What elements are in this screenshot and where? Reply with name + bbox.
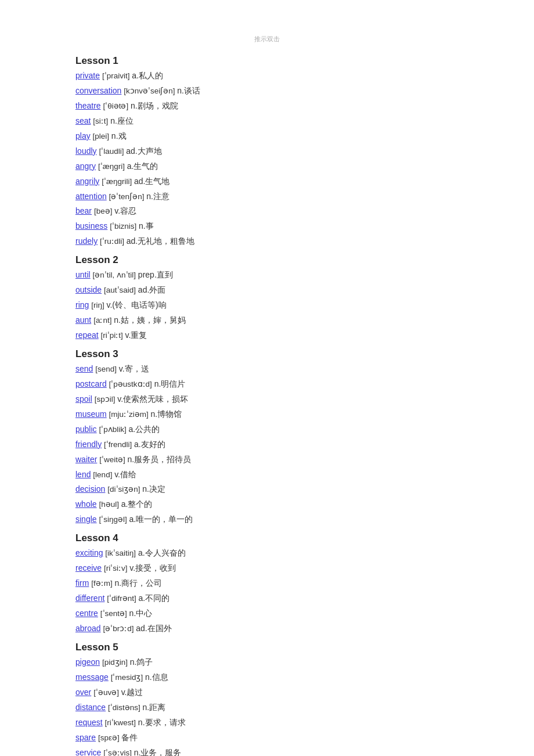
vocab-entry: lend [lend] v.借给 <box>75 468 459 482</box>
vocab-definition: v.(铃、电话等)响 <box>107 300 167 309</box>
content-area: Lesson 1private [ˈpraivit] a.私人的conversa… <box>75 55 459 756</box>
vocab-word[interactable]: lend <box>75 470 91 479</box>
lesson-title-4: Lesson 4 <box>75 532 459 544</box>
vocab-phonetic: [ˈpəustkɑːd] <box>109 380 154 388</box>
vocab-phonetic: [ˈfrendli] <box>104 440 134 449</box>
vocab-phonetic: [ikˈsaitiŋ] <box>105 549 138 557</box>
vocab-definition: ad.在国外 <box>136 624 171 633</box>
vocab-definition: n.戏 <box>111 131 127 141</box>
vocab-word[interactable]: conversation <box>75 86 121 95</box>
vocab-word[interactable]: single <box>75 514 97 524</box>
vocab-word[interactable]: play <box>75 131 91 141</box>
vocab-word[interactable]: friendly <box>75 440 102 449</box>
vocab-word[interactable]: private <box>75 71 100 80</box>
vocab-word[interactable]: over <box>75 687 91 697</box>
vocab-definition: v.接受，收到 <box>129 563 176 573</box>
vocab-word[interactable]: seat <box>75 116 91 125</box>
vocab-entry: angrily [ˈæŋgrili] ad.生气地 <box>75 175 459 189</box>
vocab-definition: n.要求，请求 <box>138 718 186 727</box>
vocab-definition: v.越过 <box>121 687 143 697</box>
vocab-word[interactable]: ring <box>75 300 89 309</box>
vocab-entry: play [plei] n.戏 <box>75 129 459 143</box>
vocab-entry: distance [ˈdistəns] n.距离 <box>75 701 459 715</box>
vocab-entry: decision [diˈsiʒən] n.决定 <box>75 483 459 496</box>
vocab-word[interactable]: attention <box>75 192 107 201</box>
vocab-word[interactable]: bear <box>75 206 92 215</box>
vocab-word[interactable]: loudly <box>75 146 97 156</box>
lesson-title-3: Lesson 3 <box>75 348 459 360</box>
vocab-definition: n.座位 <box>110 116 134 125</box>
vocab-phonetic: [spɔil] <box>95 395 118 404</box>
vocab-word[interactable]: angry <box>75 161 96 171</box>
vocab-word[interactable]: message <box>75 672 109 682</box>
vocab-phonetic: [plei] <box>93 132 111 141</box>
vocab-definition: a.生气的 <box>127 161 158 171</box>
vocab-entry: theatre [ˈθiətə] n.剧场，戏院 <box>75 99 459 113</box>
vocab-definition: v.借给 <box>114 470 136 479</box>
vocab-definition: v.寄，送 <box>119 364 149 373</box>
vocab-entry: single [ˈsiŋgəl] a.唯一的，单一的 <box>75 513 459 527</box>
vocab-word[interactable]: send <box>75 364 93 373</box>
vocab-word[interactable]: business <box>75 221 107 231</box>
vocab-word[interactable]: until <box>75 270 91 279</box>
vocab-entry: postcard [ˈpəustkɑːd] n.明信片 <box>75 377 459 391</box>
vocab-phonetic: [fəːm] <box>91 579 114 588</box>
vocab-entry: private [ˈpraivit] a.私人的 <box>75 69 459 83</box>
vocab-word[interactable]: aunt <box>75 315 91 325</box>
vocab-word[interactable]: repeat <box>75 330 99 340</box>
vocab-entry: repeat [riˈpiːt] v.重复 <box>75 329 459 343</box>
vocab-entry: centre [ˈsentə] n.中心 <box>75 607 459 621</box>
vocab-word[interactable]: rudely <box>75 236 98 246</box>
vocab-word[interactable]: decision <box>75 484 105 494</box>
vocab-phonetic: [ˈəuvə] <box>93 688 121 697</box>
vocab-phonetic: [əˈtenʃən] <box>109 192 147 201</box>
vocab-definition: v.使索然无味，损坏 <box>117 394 188 404</box>
vocab-word[interactable]: firm <box>75 578 89 588</box>
vocab-phonetic: [ˈæŋgri] <box>98 162 127 171</box>
vocab-entry: over [ˈəuvə] v.越过 <box>75 686 459 700</box>
vocab-word[interactable]: distance <box>75 703 106 712</box>
vocab-definition: ad.外面 <box>138 285 165 294</box>
vocab-entry: rudely [ˈruːdli] ad.无礼地，粗鲁地 <box>75 235 459 249</box>
vocab-entry: bear [beə] v.容忍 <box>75 204 459 218</box>
vocab-word[interactable]: outside <box>75 285 102 294</box>
vocab-word[interactable]: museum <box>75 409 107 419</box>
vocab-definition: n.姑，姨，婶，舅妈 <box>114 315 186 325</box>
vocab-definition: n.商行，公司 <box>114 578 162 588</box>
vocab-definition: a.不同的 <box>139 593 170 603</box>
vocab-word[interactable]: pigeon <box>75 657 100 667</box>
vocab-entry: receive [riˈsiːv] v.接受，收到 <box>75 561 459 575</box>
vocab-phonetic: [spεə] <box>98 733 122 742</box>
vocab-word[interactable]: exciting <box>75 548 103 557</box>
vocab-definition: a.唯一的，单一的 <box>129 514 193 524</box>
vocab-phonetic: [riŋ] <box>91 301 106 309</box>
vocab-phonetic: [siːt] <box>93 117 110 125</box>
vocab-word[interactable]: service <box>75 748 101 757</box>
vocab-word[interactable]: spare <box>75 733 96 742</box>
top-label: 推示双击 <box>75 35 459 44</box>
vocab-word[interactable]: receive <box>75 563 102 573</box>
vocab-word[interactable]: theatre <box>75 101 101 110</box>
vocab-word[interactable]: different <box>75 593 104 603</box>
vocab-word[interactable]: spoil <box>75 394 92 404</box>
vocab-definition: a.令人兴奋的 <box>138 548 186 557</box>
vocab-phonetic: [ˈsəːvis] <box>103 748 134 757</box>
vocab-word[interactable]: postcard <box>75 379 107 388</box>
vocab-phonetic: [kɔnvəˈseiʃən] <box>124 87 177 95</box>
vocab-word[interactable]: angrily <box>75 177 99 186</box>
lesson-title-1: Lesson 1 <box>75 55 459 67</box>
vocab-phonetic: [mjuːˈziəm] <box>109 410 151 419</box>
vocab-word[interactable]: abroad <box>75 624 101 633</box>
vocab-word[interactable]: public <box>75 424 97 434</box>
vocab-entry: museum [mjuːˈziəm] n.博物馆 <box>75 408 459 422</box>
vocab-entry: different [ˈdifrənt] a.不同的 <box>75 592 459 606</box>
vocab-phonetic: [riˈpiːt] <box>101 331 125 340</box>
vocab-word[interactable]: waiter <box>75 455 97 464</box>
vocab-phonetic: [ˈæŋgrili] <box>102 177 134 186</box>
vocab-entry: outside [autˈsaid] ad.外面 <box>75 283 459 297</box>
vocab-word[interactable]: centre <box>75 609 98 618</box>
vocab-word[interactable]: whole <box>75 499 97 509</box>
vocab-word[interactable]: request <box>75 718 103 727</box>
vocab-definition: v.容忍 <box>114 206 136 215</box>
vocab-entry: request [riˈkwest] n.要求，请求 <box>75 716 459 730</box>
